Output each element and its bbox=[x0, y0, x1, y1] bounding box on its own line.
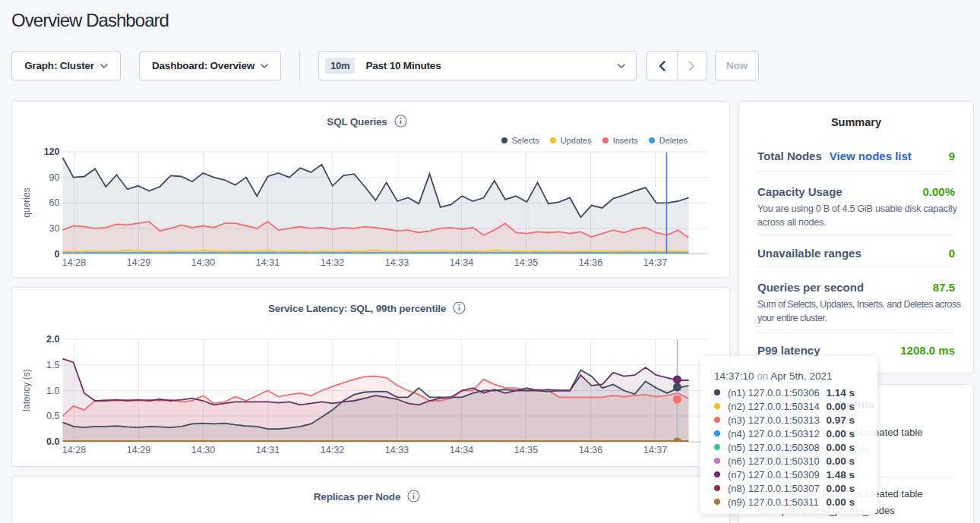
svg-text:14:29: 14:29 bbox=[127, 445, 150, 455]
svg-text:0.5: 0.5 bbox=[46, 411, 59, 421]
svg-text:14:35: 14:35 bbox=[514, 445, 538, 455]
svg-text:14:34: 14:34 bbox=[450, 445, 473, 455]
svg-text:120: 120 bbox=[44, 147, 60, 157]
svg-text:14:29: 14:29 bbox=[127, 257, 150, 268]
svg-text:14:33: 14:33 bbox=[385, 257, 409, 268]
svg-text:14:33: 14:33 bbox=[385, 445, 409, 455]
svg-text:14:28: 14:28 bbox=[62, 257, 86, 268]
svg-text:60: 60 bbox=[49, 197, 60, 208]
svg-text:14:32: 14:32 bbox=[321, 257, 344, 268]
svg-text:2.0: 2.0 bbox=[46, 334, 59, 345]
svg-text:14:31: 14:31 bbox=[256, 445, 280, 455]
svg-text:0: 0 bbox=[55, 249, 60, 260]
svg-text:14:31: 14:31 bbox=[256, 257, 280, 268]
svg-text:14:30: 14:30 bbox=[191, 257, 215, 268]
svg-text:90: 90 bbox=[49, 172, 60, 183]
svg-text:latency (s): latency (s) bbox=[21, 369, 32, 411]
svg-text:0.0: 0.0 bbox=[46, 436, 59, 447]
svg-text:14:36: 14:36 bbox=[579, 257, 602, 268]
svg-text:14:30: 14:30 bbox=[191, 445, 215, 455]
svg-text:14:36: 14:36 bbox=[579, 445, 602, 455]
svg-text:1.0: 1.0 bbox=[46, 386, 59, 396]
svg-text:14:28: 14:28 bbox=[62, 445, 86, 455]
svg-text:1.5: 1.5 bbox=[46, 360, 59, 370]
svg-text:queries: queries bbox=[21, 187, 32, 217]
svg-text:14:37: 14:37 bbox=[643, 257, 667, 268]
svg-text:14:34: 14:34 bbox=[450, 257, 473, 268]
svg-text:30: 30 bbox=[49, 223, 60, 234]
svg-text:14:35: 14:35 bbox=[514, 257, 538, 268]
svg-text:14:32: 14:32 bbox=[321, 445, 344, 455]
svg-text:14:37: 14:37 bbox=[643, 445, 667, 455]
